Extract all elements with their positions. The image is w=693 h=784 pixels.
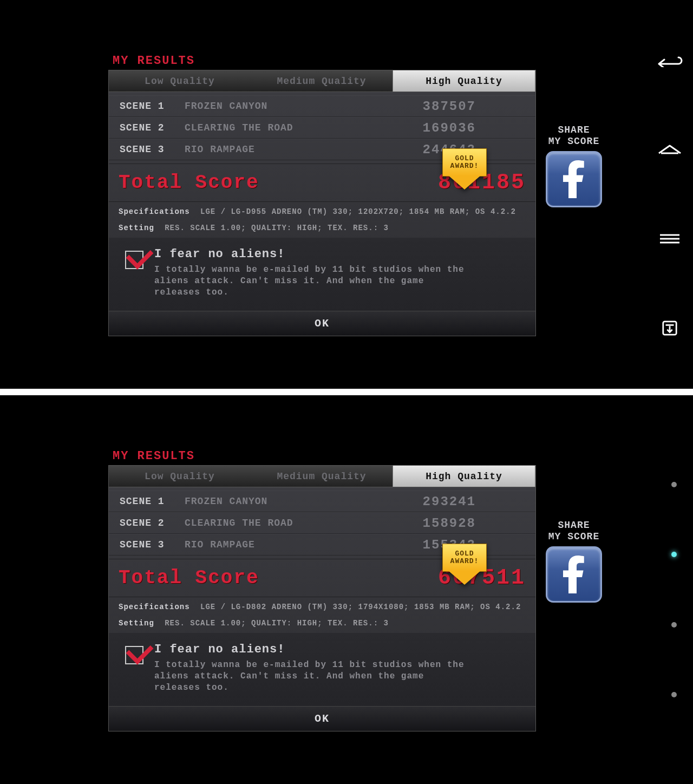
tab-medium-quality[interactable]: Medium Quality [251,70,393,92]
total-label: Total Score [119,172,259,194]
panel-title: MY RESULTS [113,54,536,68]
quality-tabs: Low Quality Medium Quality High Quality [109,70,535,92]
share-label: SHAREMY SCORE [541,520,606,542]
total-row: Total Score 801185 [109,164,535,202]
panel-title: MY RESULTS [113,449,536,463]
system-nav-bar [646,0,693,389]
results-panel-wrap: MY RESULTS Low Quality Medium Quality Hi… [108,54,536,342]
scene-label: SCENE 2 [120,518,185,528]
specs-value: LGE / LG-D955 ADRENO (TM) 330; 1202X720;… [200,207,516,216]
back-icon[interactable] [657,50,683,71]
scene-name: RIO RAMPAGE [185,539,395,550]
facebook-icon[interactable] [546,151,602,207]
results-panel-wrap: MY RESULTS Low Quality Medium Quality Hi… [108,449,536,737]
scene-row: SCENE 1 FROZEN CANYON 293241 [109,491,535,512]
system-nav-dots [671,395,677,784]
scene-score: 169036 [395,121,476,135]
panel-shadow [103,731,541,737]
scene-name: FROZEN CANYON [185,101,395,112]
scene-name: FROZEN CANYON [185,496,395,507]
scene-label: SCENE 2 [120,122,185,133]
specs-row: Specifications LGE / LG-D802 ADRENO (TM)… [109,597,535,617]
setting-row: Setting RES. SCALE 1.00; QUALITY: HIGH; … [109,617,535,633]
panel-shadow [103,336,541,342]
screenshot-2: MY RESULTS Low Quality Medium Quality Hi… [0,395,693,784]
setting-label: Setting [119,224,154,232]
scene-label: SCENE 3 [120,539,185,550]
scene-name: CLEARING THE ROAD [185,518,395,528]
tab-medium-quality[interactable]: Medium Quality [251,466,393,487]
total-row: Total Score 607511 [109,559,535,597]
nav-dot[interactable] [671,622,677,628]
optin-body: I totally wanna be e-mailed by 11 bit st… [154,659,468,693]
optin-row: I fear no aliens! I totally wanna be e-m… [109,633,535,706]
download-icon[interactable] [657,317,683,339]
optin-text: I fear no aliens! I totally wanna be e-m… [154,247,468,298]
scene-rows: SCENE 1 FROZEN CANYON 293241 SCENE 2 CLE… [109,487,535,559]
optin-checkbox[interactable] [125,646,143,664]
setting-value: RES. SCALE 1.00; QUALITY: HIGH; TEX. RES… [165,619,389,628]
nav-dot-active[interactable] [671,552,677,557]
share-block[interactable]: SHAREMY SCORE [541,125,606,207]
ok-button[interactable]: OK [109,311,535,336]
scene-row: SCENE 2 CLEARING THE ROAD 169036 [109,117,535,139]
nav-dot[interactable] [671,692,677,697]
scene-score: 158928 [395,516,476,531]
scene-score: 244642 [395,142,476,157]
quality-tabs: Low Quality Medium Quality High Quality [109,466,535,487]
scene-rows: SCENE 1 FROZEN CANYON 387507 SCENE 2 CLE… [109,92,535,164]
scene-label: SCENE 1 [120,496,185,507]
optin-text: I fear no aliens! I totally wanna be e-m… [154,643,468,693]
optin-body: I totally wanna be e-mailed by 11 bit st… [154,264,468,298]
scene-row: SCENE 3 RIO RAMPAGE 155342 [109,534,535,556]
optin-title: I fear no aliens! [154,643,468,656]
tab-low-quality[interactable]: Low Quality [109,70,251,92]
ok-button[interactable]: OK [109,706,535,731]
results-panel: Low Quality Medium Quality High Quality … [108,465,536,731]
specs-row: Specifications LGE / LG-D955 ADRENO (TM)… [109,202,535,221]
setting-row: Setting RES. SCALE 1.00; QUALITY: HIGH; … [109,221,535,238]
total-score: 607511 [438,566,526,590]
scene-row: SCENE 1 FROZEN CANYON 387507 [109,95,535,117]
tab-high-quality[interactable]: High Quality [393,466,535,487]
share-block[interactable]: SHAREMY SCORE [541,520,606,603]
scene-name: RIO RAMPAGE [185,144,395,155]
optin-row: I fear no aliens! I totally wanna be e-m… [109,238,535,311]
specs-label: Specifications [119,207,190,216]
tab-low-quality[interactable]: Low Quality [109,466,251,487]
home-icon[interactable] [657,139,683,161]
facebook-icon[interactable] [546,546,602,603]
optin-checkbox[interactable] [125,251,143,269]
optin-title: I fear no aliens! [154,247,468,261]
scene-row: SCENE 3 RIO RAMPAGE 244642 [109,139,535,160]
results-panel: Low Quality Medium Quality High Quality … [108,70,536,336]
specs-value: LGE / LG-D802 ADRENO (TM) 330; 1794X1080… [200,603,521,611]
menu-icon[interactable] [657,228,683,250]
total-label: Total Score [119,567,259,589]
total-score: 801185 [438,171,526,195]
specs-label: Specifications [119,603,190,611]
setting-label: Setting [119,619,154,628]
scene-name: CLEARING THE ROAD [185,122,395,133]
scene-row: SCENE 2 CLEARING THE ROAD 158928 [109,512,535,534]
nav-dot[interactable] [671,482,677,487]
tab-high-quality[interactable]: High Quality [393,70,535,92]
scene-score: 155342 [395,538,476,552]
scene-score: 293241 [395,494,476,509]
scene-label: SCENE 3 [120,144,185,155]
screenshot-1: MY RESULTS Low Quality Medium Quality Hi… [0,0,693,389]
scene-score: 387507 [395,99,476,114]
scene-label: SCENE 1 [120,101,185,112]
setting-value: RES. SCALE 1.00; QUALITY: HIGH; TEX. RES… [165,224,389,232]
share-label: SHAREMY SCORE [541,125,606,147]
